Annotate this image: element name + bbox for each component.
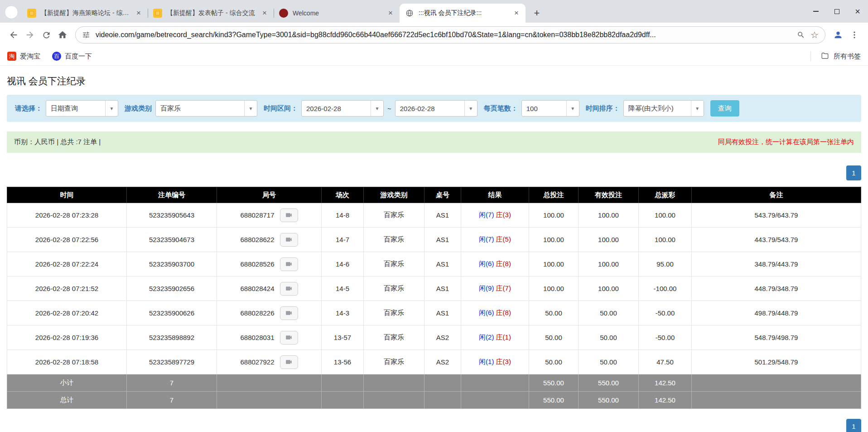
cell-time: 2026-02-28 07:22:24 [7,252,127,277]
cell-payout: -50.00 [639,301,692,325]
bookmark-baidu[interactable]: 百 百度一下 [52,52,92,61]
tab-close-icon[interactable]: × [512,9,521,18]
cell-time: 2026-02-28 07:23:28 [7,203,127,228]
round-number: 688028526 [240,260,274,268]
tab-welcome[interactable]: Welcome × [274,4,400,23]
cell-total-bet[interactable]: 100.00 [529,203,579,228]
video-replay-button[interactable] [280,233,298,247]
menu-icon[interactable] [846,27,863,43]
round-number: 688028031 [240,334,274,341]
cell-round: 688028526 [217,252,322,277]
close-window-button[interactable]: × [847,0,868,23]
cell-total-bet[interactable]: 100.00 [529,277,579,301]
cell-empty [424,374,461,392]
result-banker: 庄(5) [496,235,511,243]
sort-select[interactable]: 降幂(由大到小) ▼ [623,100,704,116]
page-size-select[interactable]: 100 ▼ [521,100,579,116]
video-replay-button[interactable] [280,331,298,345]
round-number: 688028717 [240,211,274,219]
cell-session: 14-7 [322,228,364,252]
round-number: 688028424 [240,285,274,292]
cell-session: 14-8 [322,203,364,228]
divider [810,51,811,61]
search-button[interactable]: 查询 [710,100,739,116]
cell-round: 688028031 [217,325,322,350]
forward-icon[interactable] [22,27,38,43]
page-1-button[interactable]: 1 [846,165,861,180]
url-text: videoie.com/game/betrecord_search/kind3?… [96,31,791,39]
video-replay-button[interactable] [280,209,298,222]
chevron-down-icon: ▼ [105,101,118,116]
maximize-button[interactable] [826,0,847,23]
video-replay-button[interactable] [280,306,298,320]
cell-total-bet[interactable]: 100.00 [529,228,579,252]
cell-session: 14-6 [322,252,364,277]
cell-payout: -50.00 [639,325,692,350]
cell-empty [322,392,364,409]
cell-bet-id: 523235902656 [127,277,217,301]
date-from-select[interactable]: 2026-02-28 ▼ [301,100,384,116]
table-row: 2026-02-28 07:22:24 523235903700 6880285… [7,252,861,277]
cell-note: 501.29/548.79 [692,350,861,374]
date-to-select[interactable]: 2026-02-28 ▼ [395,100,477,116]
cell-session: 14-3 [322,301,364,325]
video-replay-button[interactable] [280,257,298,271]
cell-total-bet[interactable]: 50.00 [529,325,579,350]
page-title: 视讯 会员下注纪录 [7,75,861,87]
tab-forum-1[interactable]: 【新提醒】海燕策略论坛 - 综合… × [22,4,148,23]
cell-round: 688028717 [217,203,322,228]
address-bar[interactable]: videoie.com/game/betrecord_search/kind3?… [75,26,825,44]
bookmark-aitaobao[interactable]: 淘 爱淘宝 [7,52,40,61]
bet-records-table: 时间 注单编号 局号 场次 游戏类别 桌号 结果 总投注 有效投注 总派彩 备注… [7,187,861,409]
cell-note: 448.79/348.79 [692,277,861,301]
cell-bet-id: 523235905643 [127,203,217,228]
page-1-button[interactable]: 1 [846,419,861,432]
cell-total-bet[interactable]: 100.00 [529,252,579,277]
table-row: 2026-02-28 07:19:36 523235898892 6880280… [7,325,861,350]
browser-toolbar: videoie.com/game/betrecord_search/kind3?… [0,23,868,47]
header-result: 结果 [461,187,529,203]
cell-empty [217,392,322,409]
cell-total-bet[interactable]: 50.00 [529,301,579,325]
cell-game-type: 百家乐 [364,203,424,228]
cell-time: 2026-02-28 07:19:36 [7,325,127,350]
new-tab-button[interactable]: + [529,5,545,21]
reload-icon[interactable] [38,27,54,43]
table-row: 2026-02-28 07:20:42 523235900626 6880282… [7,301,861,325]
all-bookmarks[interactable]: 所有书签 [810,51,861,61]
cell-note: 543.79/643.79 [692,203,861,228]
cell-valid-bet: 100.00 [579,277,639,301]
site-info-icon[interactable] [82,31,90,39]
home-icon[interactable] [54,27,71,43]
game-type-select[interactable]: 百家乐 ▼ [155,100,257,116]
pagination-bottom: 1 [7,419,861,432]
page-content: 视讯 会员下注纪录 请选择： 日期查询 ▼ 游戏类别 百家乐 ▼ 时间区间： 2… [0,75,868,432]
bookmark-star-icon[interactable]: ☆ [810,29,819,40]
mode-select[interactable]: 日期查询 ▼ [46,100,118,116]
subtotal-count: 7 [127,374,217,392]
tab-forum-2[interactable]: 【新提醒】发表帖子 - 综合交流 × [148,4,274,23]
cell-total-bet[interactable]: 50.00 [529,350,579,374]
tab-close-icon[interactable]: × [386,9,395,18]
baidu-icon: 百 [52,52,61,61]
result-banker: 庄(3) [496,358,511,365]
tab-close-icon[interactable]: × [260,9,269,18]
tab-strip-button[interactable] [5,5,18,19]
video-replay-button[interactable] [280,355,298,369]
search-lens-icon[interactable] [797,31,805,39]
back-icon[interactable] [5,27,22,43]
result-player: 闲(2) [479,333,494,341]
cell-game-type: 百家乐 [364,277,424,301]
cell-valid-bet: 100.00 [579,203,639,228]
profile-icon[interactable] [830,27,846,43]
minimize-button[interactable] [805,0,826,23]
tab-close-icon[interactable]: × [134,9,143,18]
total-valid-bet: 550.00 [579,392,639,409]
cell-empty [461,392,529,409]
video-replay-button[interactable] [280,282,298,296]
total-label: 总计 [7,392,127,409]
cell-game-type: 百家乐 [364,301,424,325]
cell-result: 闲(7) 庄(5) [461,228,529,252]
tab-bet-records[interactable]: :::视讯 会员下注纪录::: × [400,4,526,23]
cell-valid-bet: 50.00 [579,325,639,350]
